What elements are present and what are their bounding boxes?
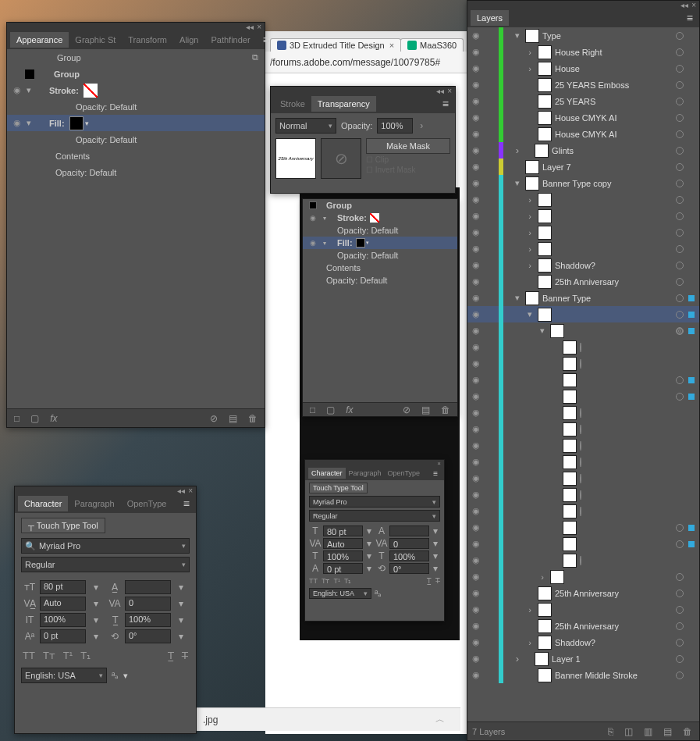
browser-tab-2[interactable]: MaaS360: [400, 38, 464, 52]
layer-name[interactable]: [580, 474, 699, 483]
target-icon[interactable]: [580, 490, 581, 500]
target-icon[interactable]: [580, 474, 581, 483]
allcaps-icon[interactable]: TT: [309, 577, 318, 585]
visibility-icon[interactable]: ◉: [467, 588, 485, 598]
tab-transform[interactable]: Transform: [122, 32, 173, 48]
no-stroke-swatch[interactable]: [370, 213, 379, 223]
layer-name[interactable]: House CMYK AI: [555, 130, 676, 139]
baseline-input[interactable]: 0 pt: [40, 629, 86, 643]
tab-character[interactable]: Character: [308, 468, 346, 479]
layer-row[interactable]: ◉25th Anniversary: [467, 273, 699, 290]
target-icon[interactable]: [676, 311, 684, 319]
superscript-icon[interactable]: T¹: [63, 650, 73, 661]
expand-icon[interactable]: ›: [538, 572, 547, 582]
visibility-icon[interactable]: ◉: [467, 555, 485, 565]
expand-icon[interactable]: ›: [525, 261, 535, 270]
strike-icon[interactable]: T̶: [182, 650, 188, 661]
visibility-icon[interactable]: ◉: [467, 293, 485, 303]
opacity-popup-icon[interactable]: ›: [418, 120, 425, 131]
stroke-row[interactable]: ◉▾Stroke:: [303, 212, 457, 224]
layer-name[interactable]: House: [555, 64, 676, 73]
strike-icon[interactable]: T̶: [435, 577, 440, 585]
visibility-icon[interactable]: ◉: [467, 194, 485, 205]
smallcaps-icon[interactable]: Tᴛ: [322, 577, 330, 585]
panel-menu-icon[interactable]: ≡: [436, 98, 455, 110]
trash-icon[interactable]: 🗑: [680, 726, 695, 737]
no-stroke-swatch[interactable]: [84, 84, 98, 98]
touch-type-button[interactable]: ┬ Touch Type Tool: [21, 518, 105, 533]
layer-name[interactable]: House CMYK AI: [555, 113, 676, 123]
panel-menu-icon[interactable]: ≡: [257, 34, 275, 46]
expand-icon[interactable]: ▾: [513, 293, 522, 303]
layer-row[interactable]: ◉: [467, 339, 699, 355]
expand-icon[interactable]: ›: [525, 212, 535, 221]
target-icon[interactable]: [676, 639, 684, 647]
browser-tab-1[interactable]: 3D Extruded Title Design×: [270, 38, 401, 52]
layer-row[interactable]: ◉›House: [467, 60, 699, 77]
layer-row[interactable]: ◉▾Banner Type copy: [467, 175, 699, 191]
collapse-icon[interactable]: ◂◂: [680, 1, 688, 9]
layer-row[interactable]: ◉: [467, 437, 699, 454]
visibility-icon[interactable]: ◉: [467, 227, 485, 237]
visibility-icon[interactable]: ◉: [467, 522, 485, 533]
close-icon[interactable]: ×: [437, 460, 441, 467]
layer-name[interactable]: Shaddow?: [555, 261, 676, 270]
visibility-icon[interactable]: ◉: [467, 178, 485, 188]
target-icon[interactable]: [676, 32, 684, 40]
visibility-icon[interactable]: ◉: [467, 604, 485, 615]
layer-row[interactable]: ◉: [467, 355, 699, 372]
make-mask-button[interactable]: Make Mask: [366, 138, 450, 154]
visibility-icon[interactable]: ◉: [467, 473, 485, 483]
layer-name[interactable]: [580, 556, 699, 565]
language-dropdown[interactable]: English: USA▾: [21, 668, 107, 683]
contents-row[interactable]: Contents: [7, 148, 265, 164]
layer-name[interactable]: [580, 441, 699, 451]
target-icon[interactable]: [580, 408, 581, 418]
superscript-icon[interactable]: T¹: [334, 577, 341, 585]
visibility-icon[interactable]: ◉: [467, 440, 485, 451]
expand-icon[interactable]: ›: [525, 244, 535, 254]
layer-row[interactable]: ◉: [467, 404, 699, 421]
visibility-icon[interactable]: ◉: [467, 326, 485, 336]
touch-type-button[interactable]: Touch Type Tool: [309, 483, 368, 493]
visibility-icon[interactable]: ◉: [467, 490, 485, 500]
expand-icon[interactable]: ▾: [513, 30, 522, 41]
layer-name[interactable]: [580, 425, 699, 434]
target-icon[interactable]: [676, 147, 684, 155]
tab-stroke[interactable]: Stroke: [274, 96, 311, 112]
visibility-icon[interactable]: ◉: [467, 145, 485, 155]
visibility-icon[interactable]: ◉: [467, 654, 485, 664]
layer-row[interactable]: ◉▾Banner Type: [467, 290, 699, 306]
target-icon[interactable]: [676, 655, 684, 663]
layer-name[interactable]: Glints: [552, 146, 676, 155]
stroke-row[interactable]: ◉▾Stroke:: [7, 82, 265, 98]
layer-row[interactable]: ◉: [467, 486, 699, 503]
close-icon[interactable]: ×: [447, 87, 452, 95]
tab-pathfinder[interactable]: Pathfinder: [204, 32, 256, 48]
layer-name[interactable]: [580, 507, 699, 516]
close-icon[interactable]: ×: [257, 23, 261, 31]
close-icon[interactable]: ×: [389, 41, 394, 50]
visibility-icon[interactable]: ◉: [467, 244, 485, 254]
target-icon[interactable]: [676, 376, 684, 384]
visibility-icon[interactable]: ◉: [10, 118, 24, 128]
visibility-icon[interactable]: ◉: [467, 506, 485, 516]
expand-icon[interactable]: ▾: [525, 309, 535, 319]
visibility-icon[interactable]: ◉: [467, 80, 485, 90]
target-icon[interactable]: [676, 278, 684, 286]
target-icon[interactable]: [676, 130, 684, 138]
visibility-icon[interactable]: ◉: [467, 637, 485, 647]
invert-mask-checkbox[interactable]: ☐ Invert Mask: [366, 166, 450, 174]
tab-transparency[interactable]: Transparency: [311, 96, 376, 112]
target-icon[interactable]: [676, 327, 684, 335]
visibility-icon[interactable]: ◉: [467, 129, 485, 139]
expand-icon[interactable]: ›: [525, 638, 535, 647]
selection-indicator[interactable]: [688, 295, 695, 301]
make-clip-icon[interactable]: ◫: [622, 726, 635, 737]
collapse-icon[interactable]: ◂◂: [436, 87, 444, 95]
visibility-icon[interactable]: ◉: [467, 260, 485, 270]
duplicate-icon[interactable]: ⧉: [252, 52, 258, 62]
visibility-icon[interactable]: ◉: [467, 424, 485, 434]
expand-icon[interactable]: ▾: [513, 178, 522, 188]
visibility-icon[interactable]: ◉: [467, 539, 485, 549]
